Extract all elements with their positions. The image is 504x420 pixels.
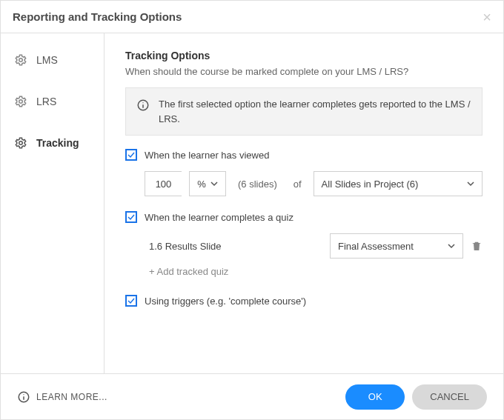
cancel-button[interactable]: CANCEL [412,384,487,410]
section-heading: Tracking Options [125,50,483,61]
option-trigger-label: Using triggers (e.g. 'complete course') [145,296,306,307]
dialog: Reporting and Tracking Options × LMS LRS [0,0,504,420]
svg-point-8 [23,394,24,395]
viewed-scope-select[interactable]: All Slides in Project (6) [314,171,483,196]
sidebar-item-tracking[interactable]: Tracking [1,122,104,164]
dialog-title: Reporting and Tracking Options [13,10,182,23]
learn-more-label: LEARN MORE... [36,392,107,402]
footer: LEARN MORE... OK CANCEL [1,373,503,419]
svg-point-2 [19,141,23,145]
option-quiz-label: When the learner completes a quiz [145,212,294,223]
svg-point-0 [19,59,23,62]
sidebar-item-label: LMS [36,54,58,66]
quiz-select[interactable]: Final Assessment [330,233,463,259]
info-icon [17,390,30,404]
quiz-row: 1.6 Results Slide Final Assessment [125,233,483,259]
chevron-down-icon [448,242,455,250]
add-quiz-label: + Add tracked quiz [149,266,228,277]
trash-icon[interactable] [471,240,483,252]
quiz-title: 1.6 Results Slide [149,241,322,252]
viewed-unit-select[interactable]: % [189,171,226,196]
gear-icon [14,53,27,67]
titlebar: Reporting and Tracking Options × [1,1,503,33]
viewed-value-input[interactable] [145,171,182,196]
sidebar: LMS LRS Tracking [1,33,105,373]
option-quiz: When the learner completes a quiz [125,211,483,223]
dialog-body: LMS LRS Tracking Tracking Options When s… [1,33,503,373]
checkbox-trigger[interactable] [125,295,137,307]
chevron-down-icon [210,180,218,187]
sidebar-item-label: LRS [36,96,56,107]
info-icon [136,99,150,112]
sidebar-item-lms[interactable]: LMS [1,39,104,81]
viewed-count-note: (6 slides) [238,179,277,190]
option-viewed: When the learner has viewed [125,149,483,161]
gear-icon [14,95,27,108]
checkbox-quiz[interactable] [125,211,137,223]
main-panel: Tracking Options When should the course … [105,33,503,373]
footer-buttons: OK CANCEL [345,384,487,410]
option-trigger: Using triggers (e.g. 'complete course') [125,295,483,307]
option-viewed-controls: % (6 slides) of All Slides in Project (6… [125,171,483,196]
svg-point-1 [19,100,23,104]
checkbox-viewed[interactable] [125,149,137,161]
viewed-unit-label: % [197,179,206,190]
chevron-down-icon [467,180,474,187]
gear-icon [14,136,27,150]
info-text: The first selected option the learner co… [159,97,471,126]
quiz-select-label: Final Assessment [338,241,414,252]
ok-button[interactable]: OK [345,384,405,410]
close-icon[interactable]: × [483,10,491,24]
info-box: The first selected option the learner co… [125,87,483,136]
option-viewed-label: When the learner has viewed [145,150,269,161]
viewed-scope-label: All Slides in Project (6) [322,179,419,190]
sidebar-item-label: Tracking [36,137,79,149]
viewed-of-label: of [294,179,302,190]
learn-more-link[interactable]: LEARN MORE... [17,390,107,404]
svg-point-5 [142,102,143,103]
section-subtext: When should the course be marked complet… [125,66,483,77]
sidebar-item-lrs[interactable]: LRS [1,81,104,122]
add-tracked-quiz[interactable]: + Add tracked quiz [125,266,483,277]
viewed-value[interactable] [145,178,182,190]
